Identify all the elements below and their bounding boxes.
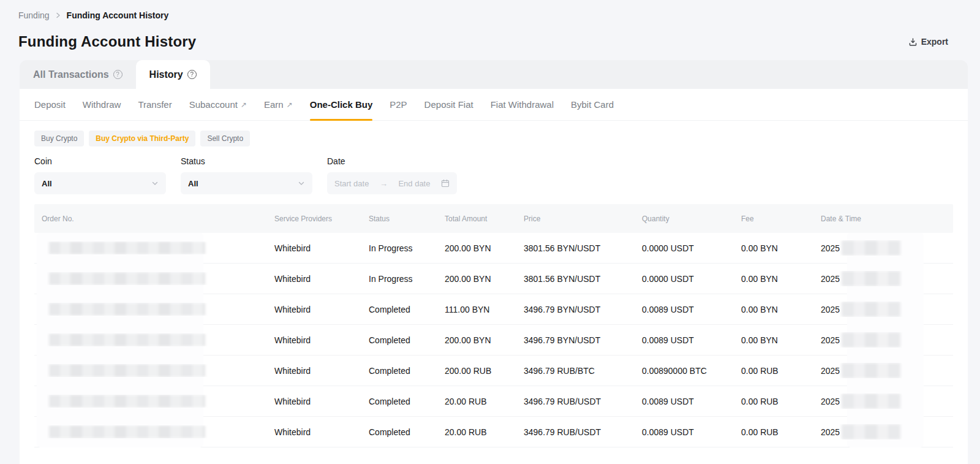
fee-cell: 0.00 BYN (734, 274, 813, 284)
col-fee: Fee (734, 215, 813, 223)
main-tab[interactable]: History ? (136, 60, 210, 89)
start-date-placeholder[interactable]: Start date (334, 179, 369, 188)
date-time-cell: 2025 (813, 394, 953, 409)
external-link-icon: ↗ (287, 101, 293, 109)
status-cell: Completed (361, 305, 437, 314)
buy-type-pill[interactable]: Buy Crypto via Third-Party (89, 131, 195, 146)
order-no-cell (34, 242, 267, 254)
total-amount-cell: 20.00 RUB (437, 397, 516, 406)
history-table: Order No. Service Providers Status Total… (34, 204, 953, 447)
service-provider-cell: Whitebird (267, 366, 361, 376)
chevron-right-icon (55, 12, 61, 18)
fee-cell: 0.00 RUB (734, 427, 813, 437)
price-cell: 3496.79 BYN/USDT (516, 305, 635, 314)
sub-tab-label: Deposit (34, 99, 66, 110)
status-filter: Status All (181, 156, 312, 194)
main-tab-label: History (149, 69, 183, 80)
sub-tab[interactable]: Transfer (138, 89, 172, 120)
range-arrow-icon: → (380, 179, 388, 188)
sub-tab[interactable]: Earn ↗ (264, 89, 293, 120)
main-tab-bar: All Transactions ? History ? (20, 60, 968, 89)
table-body: Whitebird In Progress 200.00 BYN 3801.56… (34, 233, 953, 447)
main-tab[interactable]: All Transactions ? (20, 60, 136, 89)
sub-tab[interactable]: Deposit Fiat (424, 89, 473, 120)
coin-select[interactable]: All (34, 172, 166, 194)
sub-tab[interactable]: One-Click Buy (310, 89, 373, 120)
main-tab-label: All Transactions (33, 69, 109, 80)
status-cell: In Progress (361, 243, 437, 253)
buy-type-pill[interactable]: Buy Crypto (34, 131, 84, 146)
service-provider-cell: Whitebird (267, 427, 361, 437)
sub-tab[interactable]: Bybit Card (571, 89, 614, 120)
sub-tab[interactable]: Withdraw (83, 89, 121, 120)
sub-tab-label: Deposit Fiat (424, 99, 473, 110)
service-provider-cell: Whitebird (267, 274, 361, 284)
quantity-cell: 0.00890000 BTC (635, 366, 734, 376)
total-amount-cell: 200.00 BYN (437, 274, 516, 284)
order-no-cell (34, 364, 267, 377)
date-time-redacted (842, 240, 900, 256)
col-quantity: Quantity (635, 215, 734, 223)
date-year: 2025 (821, 397, 840, 406)
end-date-placeholder[interactable]: End date (398, 179, 430, 188)
sub-tab[interactable]: Fiat Withdrawal (491, 89, 554, 120)
price-cell: 3496.79 RUB/BTC (516, 366, 635, 376)
price-cell: 3496.79 RUB/USDT (516, 427, 635, 437)
order-no-redacted (49, 272, 205, 285)
coin-select-value: All (42, 179, 52, 188)
date-time-cell: 2025 (813, 332, 953, 348)
quantity-cell: 0.0000 USDT (635, 243, 734, 253)
sub-tab[interactable]: Deposit (34, 89, 66, 120)
export-button[interactable]: Export (908, 37, 948, 47)
sub-tab[interactable]: P2P (390, 89, 407, 120)
date-time-cell: 2025 (813, 302, 953, 317)
help-icon[interactable]: ? (113, 70, 123, 79)
date-year: 2025 (821, 274, 840, 284)
breadcrumb-current: Funding Account History (67, 10, 169, 20)
main-panel: All Transactions ? History ? Deposit Wit… (20, 60, 968, 464)
quantity-cell: 0.0089 USDT (635, 335, 734, 345)
sub-tab[interactable]: Subaccount ↗ (189, 89, 247, 120)
buy-type-pill[interactable]: Sell Crypto (200, 131, 250, 146)
order-no-cell (34, 425, 267, 438)
date-range-picker[interactable]: Start date → End date (327, 172, 457, 194)
date-time-cell: 2025 (813, 424, 953, 439)
top-bar: Funding Funding Account History Funding … (0, 0, 980, 51)
order-no-redacted (49, 333, 205, 346)
date-time-cell: 2025 (813, 240, 953, 256)
order-no-cell (34, 395, 267, 408)
date-filter-label: Date (327, 156, 457, 166)
service-provider-cell: Whitebird (267, 397, 361, 406)
fee-cell: 0.00 BYN (734, 335, 813, 345)
pill-label: Buy Crypto (41, 134, 77, 143)
price-cell: 3496.79 BYN/USDT (516, 335, 635, 345)
pill-label: Sell Crypto (207, 134, 243, 143)
status-cell: Completed (361, 366, 437, 376)
status-cell: Completed (361, 427, 437, 437)
breadcrumb-funding-link[interactable]: Funding (18, 10, 50, 20)
status-select[interactable]: All (181, 172, 312, 194)
quantity-cell: 0.0089 USDT (635, 305, 734, 314)
service-provider-cell: Whitebird (267, 243, 361, 253)
chevron-down-icon (151, 180, 159, 187)
pill-label: Buy Crypto via Third-Party (96, 134, 189, 143)
sub-tab-label: P2P (390, 99, 407, 110)
order-no-redacted (49, 242, 205, 254)
date-time-redacted (842, 332, 900, 348)
table-header-row: Order No. Service Providers Status Total… (34, 204, 953, 233)
calendar-icon[interactable] (441, 179, 450, 188)
tab-content: Deposit Withdraw Transfer Subaccount ↗ (20, 89, 968, 464)
price-cell: 3801.56 BYN/USDT (516, 243, 635, 253)
col-order-no: Order No. (34, 215, 267, 223)
breadcrumb: Funding Funding Account History (18, 9, 962, 22)
status-filter-label: Status (181, 156, 312, 166)
help-icon[interactable]: ? (187, 70, 197, 79)
fee-cell: 0.00 RUB (734, 366, 813, 376)
sub-tab-label: Earn (264, 99, 284, 110)
status-cell: Completed (361, 397, 437, 406)
total-amount-cell: 111.00 BYN (437, 305, 516, 314)
external-link-icon: ↗ (241, 101, 247, 109)
col-service-providers: Service Providers (267, 215, 361, 223)
fee-cell: 0.00 BYN (734, 243, 813, 253)
date-year: 2025 (821, 335, 840, 345)
